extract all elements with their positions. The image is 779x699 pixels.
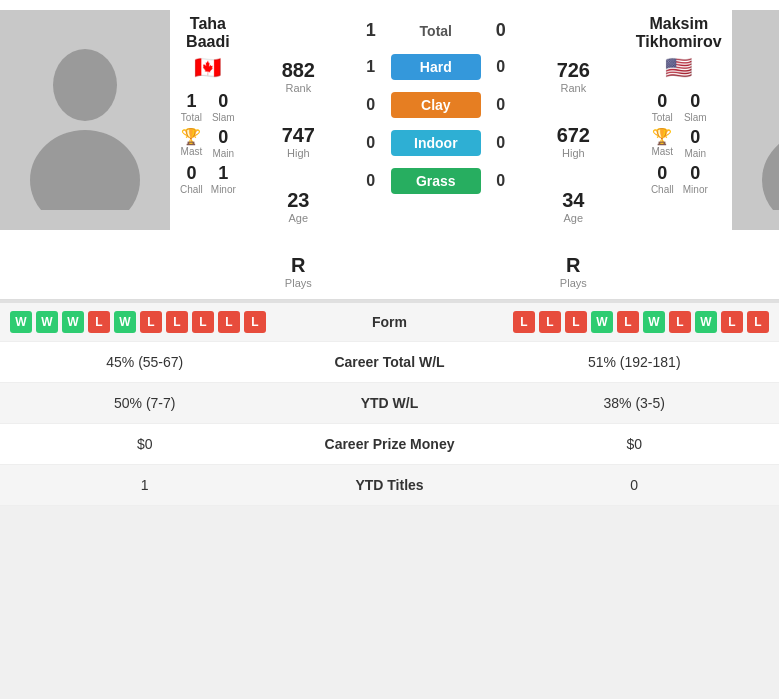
player2-name-top: Maksim Tikhomirov [636, 15, 722, 51]
p2-rank-value: 726 [557, 59, 590, 82]
p2-age-label: Age [562, 212, 584, 224]
svg-point-3 [762, 130, 779, 210]
stats-left-value: $0 [10, 436, 280, 452]
form-badge-p1: L [140, 311, 162, 333]
total-count-right: 0 [486, 20, 516, 41]
player1-slam-label: Slam [212, 112, 235, 123]
surface-row-hard: 1 Hard 0 [351, 54, 521, 80]
p1-high-label: High [282, 147, 315, 159]
player1-panel: Taha Baadi 🇨🇦 1 Total 0 Slam 🏆 Mast 0 Ma… [170, 10, 246, 289]
form-badge-p1: L [244, 311, 266, 333]
center-columns: 882 Rank 747 High 23 Age R Plays [246, 49, 626, 289]
top-section: Taha Baadi 🇨🇦 1 Total 0 Slam 🏆 Mast 0 Ma… [0, 0, 779, 300]
p1-plays-label: Plays [285, 277, 312, 289]
player2-chall-stat: 0 Chall [650, 163, 675, 195]
player1-stats-grid: 1 Total 0 Slam 🏆 Mast 0 Main 0 Chall [180, 91, 236, 195]
p1-age-block: 23 Age [287, 189, 309, 224]
p1-rank-label: Rank [282, 82, 315, 94]
player1-mast-label: Mast [181, 146, 203, 157]
stats-row: 1 YTD Titles 0 [0, 465, 779, 506]
form-badge-p2: L [565, 311, 587, 333]
form-badge-p1: L [218, 311, 240, 333]
form-badge-p2: W [643, 311, 665, 333]
bottom-section: WWWLWLLLLL Form LLLWLWLWLL 45% (55-67) C… [0, 300, 779, 506]
main-container: Taha Baadi 🇨🇦 1 Total 0 Slam 🏆 Mast 0 Ma… [0, 0, 779, 506]
total-row: 1 Total 0 [246, 10, 626, 41]
total-label: Total [406, 23, 466, 39]
player1-slam-value: 0 [218, 91, 228, 112]
player2-panel: Maksim Tikhomirov 🇺🇸 0 Total 0 Slam 🏆 Ma… [626, 10, 732, 289]
indoor-count-left: 0 [351, 134, 391, 152]
player1-main-value: 0 [218, 127, 228, 148]
svg-point-0 [53, 49, 117, 121]
form-badge-p1: W [62, 311, 84, 333]
total-count-left: 1 [356, 20, 386, 41]
p1-rank-block: 882 Rank [282, 59, 315, 94]
player1-total-stat: 1 Total [180, 91, 203, 123]
p2-plays-label: Plays [560, 277, 587, 289]
p1-age-value: 23 [287, 189, 309, 212]
center-right-stats: 726 Rank 672 High 34 Age R Plays [521, 49, 626, 289]
player2-mast-label: Mast [651, 146, 673, 157]
form-right: LLLWLWLWLL [470, 311, 770, 333]
p2-plays-block: R Plays [560, 254, 587, 289]
player1-chall-label: Chall [180, 184, 203, 195]
player2-minor-stat: 0 Minor [683, 163, 708, 195]
p2-rank-label: Rank [557, 82, 590, 94]
form-badge-p2: L [539, 311, 561, 333]
clay-badge: Clay [391, 92, 481, 118]
stats-right-value: 0 [500, 477, 770, 493]
player1-main-stat: 0 Main [211, 127, 236, 159]
player1-photo [0, 10, 170, 230]
hard-badge: Hard [391, 54, 481, 80]
center-area: 1 Total 0 882 Rank 747 High 23 [246, 10, 626, 289]
p1-age-label: Age [287, 212, 309, 224]
stats-right-value: $0 [500, 436, 770, 452]
stats-left-value: 1 [10, 477, 280, 493]
player1-flag: 🇨🇦 [194, 55, 221, 81]
player2-slam-label: Slam [684, 112, 707, 123]
svg-point-1 [30, 130, 140, 210]
center-left-stats: 882 Rank 747 High 23 Age R Plays [246, 49, 351, 289]
stats-center-label: YTD W/L [280, 395, 500, 411]
trophy-icon-left: 🏆 [181, 127, 201, 146]
player2-minor-label: Minor [683, 184, 708, 195]
player1-mast-stat: 🏆 Mast [180, 127, 203, 159]
player2-mast-stat: 🏆 Mast [650, 127, 675, 159]
player1-chall-stat: 0 Chall [180, 163, 203, 195]
form-badge-p2: W [591, 311, 613, 333]
player1-main-label: Main [212, 148, 234, 159]
stats-right-value: 51% (192-181) [500, 354, 770, 370]
form-badge-p1: L [88, 311, 110, 333]
stats-left-value: 50% (7-7) [10, 395, 280, 411]
p2-age-value: 34 [562, 189, 584, 212]
surface-row-grass: 0 Grass 0 [351, 168, 521, 194]
surface-row-indoor: 0 Indoor 0 [351, 130, 521, 156]
form-badge-p2: L [617, 311, 639, 333]
player2-chall-value: 0 [657, 163, 667, 184]
player2-total-stat: 0 Total [650, 91, 675, 123]
player2-slam-stat: 0 Slam [683, 91, 708, 123]
player2-main-label: Main [684, 148, 706, 159]
form-badge-p1: W [114, 311, 136, 333]
p2-high-block: 672 High [557, 124, 590, 159]
p2-plays-value: R [560, 254, 587, 277]
player1-slam-stat: 0 Slam [211, 91, 236, 123]
p1-plays-value: R [285, 254, 312, 277]
form-badge-p2: L [669, 311, 691, 333]
p2-rank-block: 726 Rank [557, 59, 590, 94]
surface-rows: 1 Hard 0 0 Clay 0 0 Indoor 0 [351, 49, 521, 206]
form-center-label: Form [310, 314, 470, 330]
player2-total-label: Total [652, 112, 673, 123]
p1-plays-block: R Plays [285, 254, 312, 289]
stats-row: 45% (55-67) Career Total W/L 51% (192-18… [0, 342, 779, 383]
player2-minor-value: 0 [690, 163, 700, 184]
stats-row: $0 Career Prize Money $0 [0, 424, 779, 465]
stats-center-label: Career Prize Money [280, 436, 500, 452]
player2-stats-grid: 0 Total 0 Slam 🏆 Mast 0 Main 0 Chall [650, 91, 708, 195]
p2-age-block: 34 Age [562, 189, 584, 224]
player1-minor-stat: 1 Minor [211, 163, 236, 195]
p1-high-block: 747 High [282, 124, 315, 159]
stats-center-label: YTD Titles [280, 477, 500, 493]
p1-rank-value: 882 [282, 59, 315, 82]
